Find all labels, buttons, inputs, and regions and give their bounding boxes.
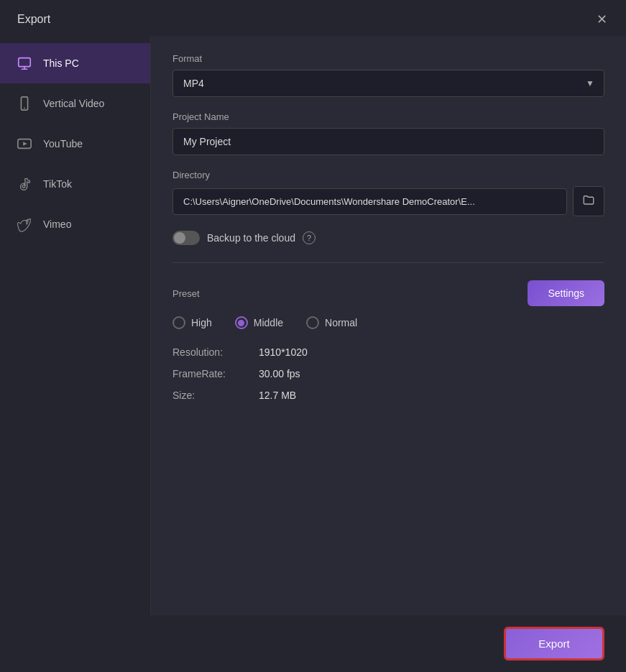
browse-folder-button[interactable] (573, 186, 604, 216)
radio-middle-circle (235, 316, 248, 329)
svg-point-2 (24, 108, 25, 109)
directory-label: Directory (172, 170, 604, 180)
preset-section: Preset Settings High Middle Norm (172, 280, 604, 401)
divider (172, 262, 604, 263)
backup-toggle[interactable] (172, 231, 200, 245)
project-name-label: Project Name (172, 111, 604, 122)
sidebar-item-tiktok[interactable]: TikTok (0, 164, 150, 204)
info-grid: Resolution: 1910*1020 FrameRate: 30.00 f… (172, 346, 604, 401)
radio-high-circle (172, 316, 185, 329)
main-panel: Format MP4 AVI MOV MKV GIF ▼ Project Nam… (151, 36, 626, 615)
resolution-value: 1910*1020 (259, 346, 308, 358)
vertical-video-icon (14, 93, 34, 114)
resolution-row: Resolution: 1910*1020 (172, 346, 604, 358)
format-select-wrapper: MP4 AVI MOV MKV GIF ▼ (172, 70, 604, 97)
title-bar: Export ✕ (0, 0, 626, 36)
radio-middle-label: Middle (254, 317, 283, 328)
sidebar-item-vertical-video[interactable]: Vertical Video (0, 83, 150, 124)
preset-radio-group: High Middle Normal (172, 316, 604, 329)
sidebar-item-label-vimeo: Vimeo (43, 218, 71, 230)
sidebar-item-this-pc[interactable]: This PC (0, 43, 150, 83)
tiktok-icon (14, 174, 34, 194)
sidebar-item-label-tiktok: TikTok (43, 178, 72, 190)
project-name-input[interactable] (172, 128, 604, 155)
size-key: Size: (172, 390, 244, 401)
sidebar: This PC Vertical Video (0, 36, 151, 615)
settings-button[interactable]: Settings (528, 280, 604, 306)
toggle-knob (174, 232, 185, 244)
radio-high-label: High (191, 317, 212, 328)
youtube-icon (14, 134, 34, 154)
svg-rect-0 (19, 58, 31, 67)
directory-row (172, 186, 604, 216)
sidebar-item-youtube[interactable]: YouTube (0, 124, 150, 164)
radio-normal-label: Normal (325, 317, 357, 328)
framerate-value: 30.00 fps (259, 368, 300, 379)
format-select[interactable]: MP4 AVI MOV MKV GIF (172, 70, 604, 97)
backup-label: Backup to the cloud (207, 232, 295, 244)
resolution-key: Resolution: (172, 346, 244, 358)
content-area: This PC Vertical Video (0, 36, 626, 615)
export-button[interactable]: Export (504, 627, 604, 661)
sidebar-item-label-this-pc: This PC (43, 57, 79, 69)
close-button[interactable]: ✕ (592, 10, 612, 29)
export-window: Export ✕ This PC (0, 0, 626, 672)
directory-input[interactable] (172, 188, 567, 215)
sidebar-item-vimeo[interactable]: Vimeo (0, 204, 150, 244)
framerate-row: FrameRate: 30.00 fps (172, 368, 604, 379)
preset-label: Preset (172, 288, 200, 299)
project-name-section: Project Name (172, 111, 604, 155)
help-icon[interactable]: ? (303, 231, 316, 244)
size-value: 12.7 MB (259, 390, 296, 401)
preset-header: Preset Settings (172, 280, 604, 306)
window-title: Export (17, 13, 50, 26)
preset-high[interactable]: High (172, 316, 212, 329)
format-label: Format (172, 53, 604, 64)
vimeo-icon (14, 214, 34, 234)
footer: Export (0, 615, 626, 672)
size-row: Size: 12.7 MB (172, 390, 604, 401)
backup-row: Backup to the cloud ? (172, 231, 604, 245)
preset-normal[interactable]: Normal (306, 316, 357, 329)
format-section: Format MP4 AVI MOV MKV GIF ▼ (172, 53, 604, 97)
sidebar-item-label-youtube: YouTube (43, 138, 83, 149)
preset-middle[interactable]: Middle (235, 316, 283, 329)
sidebar-item-label-vertical-video: Vertical Video (43, 98, 104, 109)
this-pc-icon (14, 53, 34, 73)
svg-marker-4 (23, 142, 27, 146)
directory-section: Directory (172, 170, 604, 216)
framerate-key: FrameRate: (172, 368, 244, 379)
radio-normal-circle (306, 316, 319, 329)
